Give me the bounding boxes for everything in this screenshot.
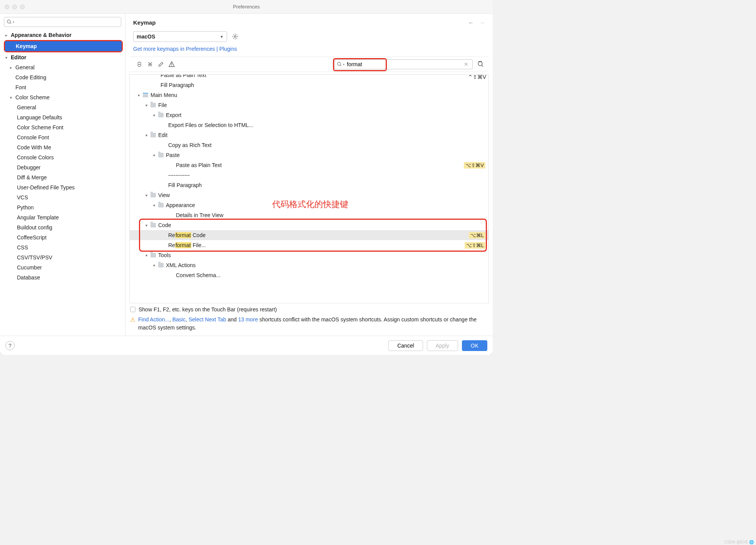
get-more-keymaps-link[interactable]: Get more keymaps in Preferences | Plugin… (125, 44, 493, 57)
edit-shortcut-button[interactable] (156, 60, 166, 69)
sidebar-item-console-font[interactable]: Console Font (0, 132, 125, 142)
action-search-input[interactable] (347, 61, 462, 67)
sidebar-item-label: Appearance & Behavior (11, 32, 72, 38)
touchbar-checkbox[interactable] (130, 307, 135, 312)
sidebar-item-label: Angular Template (17, 214, 59, 221)
tree-row[interactable]: Fill Paragraph (130, 80, 488, 90)
sidebar-item-csv-tsv-psv[interactable]: CSV/TSV/PSV (0, 252, 125, 262)
tree-row[interactable]: ▾Main Menu (130, 90, 488, 100)
minimize-window-button[interactable] (12, 5, 17, 9)
tree-row[interactable]: ▾Appearance (130, 200, 488, 210)
action-search[interactable]: ▾ ✕ (334, 59, 473, 69)
find-shortcut-button[interactable] (476, 59, 486, 69)
tree-row[interactable]: Details in Tree View (130, 210, 488, 220)
sidebar-item-color-scheme[interactable]: ▾Color Scheme (0, 92, 125, 102)
conflict-link-basic[interactable]: Basic (172, 316, 186, 323)
tree-row[interactable]: ▾Export (130, 110, 488, 120)
tree-row-label: Paste (166, 152, 488, 158)
sidebar-item-label: Cucumber (17, 264, 42, 271)
sidebar-item-user-defined-file-types[interactable]: User-Defined File Types (0, 182, 125, 192)
sidebar-item-font[interactable]: Font (0, 82, 125, 92)
tree-row[interactable]: Copy as Rich Text (130, 140, 488, 150)
search-icon (337, 62, 342, 67)
sidebar-item-python[interactable]: Python (0, 202, 125, 212)
sidebar-item-angular-template[interactable]: Angular Template (0, 212, 125, 222)
sidebar-item-coffeescript[interactable]: CoffeeScript (0, 232, 125, 242)
tree-row[interactable]: Export Files or Selection to HTML... (130, 120, 488, 130)
tree-row[interactable]: Paste as Plain Text⌥⇧⌘V (130, 160, 488, 170)
sidebar-item-code-editing[interactable]: Code Editing (0, 72, 125, 82)
conflict-link-findaction[interactable]: Find Action... (138, 316, 169, 323)
back-arrow-icon[interactable]: ← (468, 19, 474, 26)
sidebar-item-color-scheme-font[interactable]: Color Scheme Font (0, 122, 125, 132)
keymap-select[interactable]: macOS ▼ (133, 31, 227, 42)
chevron-down-icon: ▼ (220, 35, 224, 39)
tree-row[interactable]: ▾XML Actions (130, 260, 488, 270)
tree-row[interactable]: ▾Tools (130, 250, 488, 260)
sidebar-item-label: Console Colors (17, 154, 54, 160)
expand-all-button[interactable] (134, 60, 145, 69)
tree-row-label: Code (158, 222, 488, 228)
tree-row[interactable]: ▾File (130, 100, 488, 110)
sidebar-item-css[interactable]: CSS (0, 242, 125, 252)
page-heading-row: Keymap ← → (125, 14, 493, 27)
warning-icon[interactable] (166, 60, 177, 69)
tree-row[interactable]: Paste as Plain Text (130, 74, 488, 80)
sidebar-item-console-colors[interactable]: Console Colors (0, 152, 125, 162)
folder-icon (151, 253, 156, 257)
sidebar-item-general[interactable]: General (0, 102, 125, 112)
tree-row[interactable]: Reformat Code⌥⌘L (130, 230, 488, 240)
tree-row[interactable]: Reformat File...⌥⇧⌘L (130, 240, 488, 250)
svg-point-0 (7, 20, 10, 23)
close-window-button[interactable] (5, 5, 9, 9)
sidebar-item-code-with-me[interactable]: Code With Me (0, 142, 125, 152)
sidebar-item-buildout-config[interactable]: Buildout config (0, 222, 125, 232)
folder-icon (151, 103, 156, 107)
sidebar-item-label: Keymap (16, 43, 37, 49)
help-button[interactable]: ? (5, 341, 15, 350)
sidebar-item-debugger[interactable]: Debugger (0, 162, 125, 172)
cancel-button[interactable]: Cancel (388, 340, 423, 351)
sidebar-item-appearance-behavior[interactable]: ▸Appearance & Behavior (0, 30, 125, 40)
tree-row[interactable]: ▾Edit (130, 130, 488, 140)
tree-row[interactable]: ------------ (130, 170, 488, 180)
sidebar-item-language-defaults[interactable]: Language Defaults (0, 112, 125, 122)
tree-row[interactable]: ▾View (130, 190, 488, 200)
window-controls (5, 5, 25, 9)
tree-row[interactable]: Convert Schema... (130, 270, 488, 280)
sidebar-item-keymap[interactable]: Keymap (5, 41, 122, 51)
forward-arrow-icon[interactable]: → (479, 19, 485, 26)
apply-button[interactable]: Apply (427, 340, 458, 351)
sidebar-item-diff-merge[interactable]: Diff & Merge (0, 172, 125, 182)
sidebar-item-vcs[interactable]: VCS (0, 192, 125, 202)
dropdown-arrow-icon: ▾ (13, 20, 14, 24)
tree-row-label: Paste as Plain Text (176, 162, 464, 168)
sidebar-item-label: General (15, 64, 35, 70)
sidebar-item-database[interactable]: Database (0, 272, 125, 283)
sidebar-item-label: CSV/TSV/PSV (17, 254, 52, 261)
collapse-all-button[interactable] (145, 60, 156, 69)
tree-row[interactable]: ▾Paste (130, 150, 488, 160)
tree-row[interactable]: Fill Paragraph (130, 180, 488, 190)
tree-row-label: Reformat Code (168, 232, 469, 238)
keymap-toolbar: ▾ ✕ (129, 57, 489, 72)
chevron-right-icon: ▸ (4, 33, 8, 37)
settings-tree: ▸Appearance & BehaviorKeymap▾Editor▸Gene… (0, 30, 125, 336)
shortcut-badge: ⌥⌘L (469, 232, 485, 239)
ok-button[interactable]: OK (462, 340, 487, 351)
sidebar-item-general[interactable]: ▸General (0, 62, 125, 72)
sidebar-item-label: General (17, 104, 36, 110)
chevron-down-icon: ▾ (144, 133, 149, 137)
action-tree[interactable]: ⌃⇧⌘V Paste as Plain TextFill Paragraph▾M… (129, 74, 489, 303)
touchbar-row: Show F1, F2, etc. keys on the Touch Bar … (125, 303, 493, 316)
clear-search-button[interactable]: ✕ (462, 61, 470, 67)
conflict-link-nexttab[interactable]: Select Next Tab (189, 316, 226, 323)
gear-icon[interactable] (232, 33, 239, 40)
sidebar-item-editor[interactable]: ▾Editor (0, 52, 125, 62)
tree-row[interactable]: ▾Code (130, 220, 488, 230)
maximize-window-button[interactable] (20, 5, 25, 9)
sidebar-search-input[interactable] (16, 19, 119, 25)
sidebar-search[interactable]: ▾ (4, 17, 121, 27)
sidebar-item-cucumber[interactable]: Cucumber (0, 262, 125, 272)
conflict-link-more[interactable]: 13 more (238, 316, 258, 323)
